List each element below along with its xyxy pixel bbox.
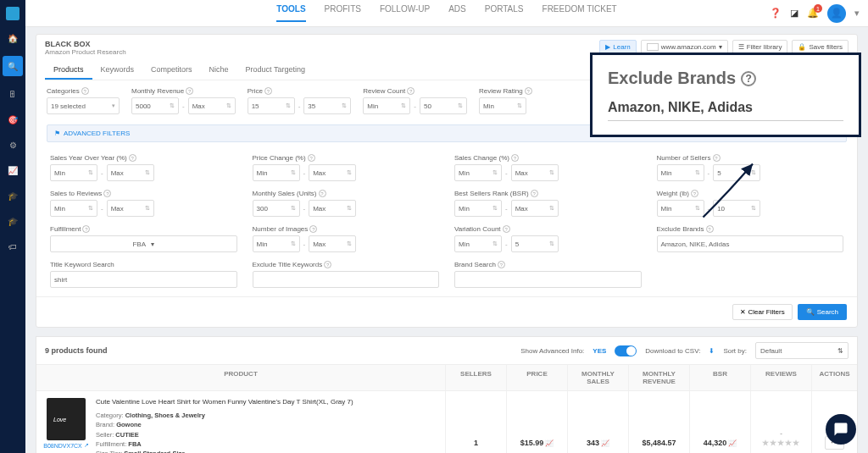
exclude-title-keywords-input[interactable]: [253, 271, 440, 288]
help-icon[interactable]: ?: [691, 190, 698, 197]
sort-select[interactable]: Default⇅: [755, 342, 849, 359]
nav-cap-icon[interactable]: 🎓: [5, 188, 20, 203]
str-min[interactable]: Min⇅: [50, 200, 97, 217]
filter-review-rating: Review Rating? Min⇅: [479, 87, 532, 114]
facebook-icon[interactable]: ◪: [790, 8, 798, 19]
fulfillment-select[interactable]: FBA▾: [50, 235, 237, 252]
subtab-competitors[interactable]: Competitors: [142, 61, 201, 80]
sales-yoy-min[interactable]: Min⇅: [50, 164, 97, 181]
help-icon[interactable]: ?: [129, 154, 136, 162]
noi-min[interactable]: Min⇅: [253, 235, 300, 252]
th-sellers: SELLERS: [445, 365, 506, 390]
help-icon[interactable]: ?: [81, 87, 89, 95]
chart-icon[interactable]: 📈: [601, 439, 609, 447]
price-change-min[interactable]: Min⇅: [253, 164, 300, 181]
help-icon[interactable]: ?: [308, 154, 315, 162]
num-sellers-min[interactable]: Min⇅: [657, 164, 704, 181]
price-min[interactable]: 15⇅: [248, 97, 295, 114]
nav-tag-icon[interactable]: 🏷: [5, 239, 20, 254]
tab-tools[interactable]: TOOLS: [276, 4, 305, 22]
subtab-products[interactable]: Products: [45, 61, 92, 80]
tab-profits[interactable]: PROFITS: [325, 4, 361, 22]
tab-portals[interactable]: PORTALS: [485, 4, 524, 22]
str-max[interactable]: Max⇅: [107, 200, 154, 217]
help-icon[interactable]: ?: [319, 190, 326, 197]
exclude-brands-input[interactable]: Amazon, NIKE, Adidas: [657, 235, 844, 252]
review-count-max[interactable]: 50⇅: [420, 97, 467, 114]
nav-tune-icon[interactable]: 🎚: [5, 86, 20, 102]
sales-change-max[interactable]: Max⇅: [511, 164, 559, 181]
nav-home-icon[interactable]: 🏠: [5, 30, 20, 46]
tab-ads[interactable]: ADS: [448, 4, 466, 22]
download-csv-icon[interactable]: ⬇: [709, 347, 715, 355]
msu-min[interactable]: 300⇅: [253, 200, 300, 217]
brand-search-input[interactable]: [454, 271, 642, 288]
review-count-min[interactable]: Min⇅: [363, 97, 410, 114]
help-icon[interactable]: ?: [503, 225, 510, 233]
weight-max[interactable]: 10⇅: [713, 200, 760, 217]
msu-max[interactable]: Max⇅: [309, 200, 356, 217]
filter-price: Price? 15⇅ - 35⇅: [248, 87, 352, 114]
help-icon[interactable]: ?: [531, 190, 538, 197]
help-icon[interactable]: ?: [186, 87, 193, 95]
weight-min[interactable]: Min⇅: [657, 200, 704, 217]
show-advanced-toggle[interactable]: [615, 345, 637, 356]
help-icon[interactable]: ❓: [770, 8, 782, 19]
bsr-max[interactable]: Max⇅: [511, 200, 559, 217]
monthly-revenue-min[interactable]: 5000⇅: [131, 97, 179, 114]
main-tabs: TOOLS PROFITS FOLLOW-UP ADS PORTALS FREE…: [276, 4, 616, 22]
subtab-keywords[interactable]: Keywords: [92, 61, 143, 80]
clear-filters-button[interactable]: ✕ Clear Filters: [732, 304, 792, 320]
stars-icon: ★★★★★: [762, 439, 800, 447]
chart-icon[interactable]: 📈: [545, 439, 554, 447]
help-icon[interactable]: ?: [706, 225, 714, 233]
help-icon[interactable]: ?: [511, 154, 519, 162]
filter-exclude-brands: Exclude Brands? Amazon, NIKE, Adidas: [657, 225, 844, 252]
help-icon[interactable]: ?: [103, 190, 111, 197]
nav-gear-icon[interactable]: ⚙: [5, 137, 20, 152]
nav-target-icon[interactable]: 🎯: [5, 112, 20, 127]
vc-min[interactable]: Min⇅: [454, 235, 502, 252]
help-icon[interactable]: ?: [264, 87, 272, 95]
asin-link[interactable]: B08NDVX7CX↗: [43, 442, 89, 449]
nav-analytics-icon[interactable]: 📈: [5, 163, 20, 178]
search-button[interactable]: 🔍Search: [798, 304, 847, 320]
filter-number-of-images: Number of Images? Min⇅-Max⇅: [253, 225, 440, 252]
advanced-filters-grid: Sales Year Over Year (%)? Min⇅-Max⇅ Pric…: [36, 146, 857, 296]
monthly-revenue-max[interactable]: Max⇅: [188, 97, 236, 114]
help-icon[interactable]: ?: [309, 225, 317, 233]
review-rating-min[interactable]: Min⇅: [479, 97, 526, 114]
help-icon[interactable]: ?: [324, 261, 331, 268]
noi-max[interactable]: Max⇅: [309, 235, 356, 252]
help-icon[interactable]: ?: [525, 87, 532, 95]
help-icon[interactable]: ?: [407, 87, 415, 95]
bell-icon[interactable]: 🔔: [807, 8, 819, 19]
filter-sales-yoy: Sales Year Over Year (%)? Min⇅-Max⇅: [50, 154, 237, 181]
bsr-min[interactable]: Min⇅: [454, 200, 502, 217]
product-thumbnail[interactable]: [47, 398, 86, 440]
help-icon[interactable]: ?: [498, 261, 505, 268]
num-sellers-max[interactable]: 5⇅: [713, 164, 760, 181]
user-menu-caret[interactable]: ▾: [854, 8, 860, 19]
chart-icon[interactable]: 📈: [728, 439, 737, 447]
subtab-niche[interactable]: Niche: [201, 61, 237, 80]
nav-education-icon[interactable]: 🎓: [5, 213, 20, 229]
nav-search-icon[interactable]: 🔍: [3, 56, 23, 76]
help-icon[interactable]: ?: [82, 225, 90, 233]
tab-freedomticket[interactable]: FREEDOM TICKET: [542, 4, 617, 22]
filter-review-count: Review Count? Min⇅ - 50⇅: [363, 87, 467, 114]
product-name[interactable]: Cute Valentine Love Heart Shirt for Wome…: [96, 398, 353, 406]
sales-change-min[interactable]: Min⇅: [454, 164, 502, 181]
categories-select[interactable]: 19 selected▾: [47, 97, 120, 114]
page-title-block: BLACK BOX Amazon Product Research: [45, 40, 126, 56]
price-max[interactable]: 35⇅: [303, 97, 351, 114]
user-avatar[interactable]: 👤: [827, 4, 846, 23]
title-keyword-input[interactable]: shirt: [50, 271, 237, 288]
help-icon[interactable]: ?: [713, 154, 721, 162]
vc-max[interactable]: 5⇅: [511, 235, 559, 252]
sales-yoy-max[interactable]: Max⇅: [107, 164, 154, 181]
chat-fab[interactable]: [826, 414, 856, 445]
tab-followup[interactable]: FOLLOW-UP: [380, 4, 430, 22]
price-change-max[interactable]: Max⇅: [309, 164, 356, 181]
subtab-product-targeting[interactable]: Product Targeting: [237, 61, 314, 80]
